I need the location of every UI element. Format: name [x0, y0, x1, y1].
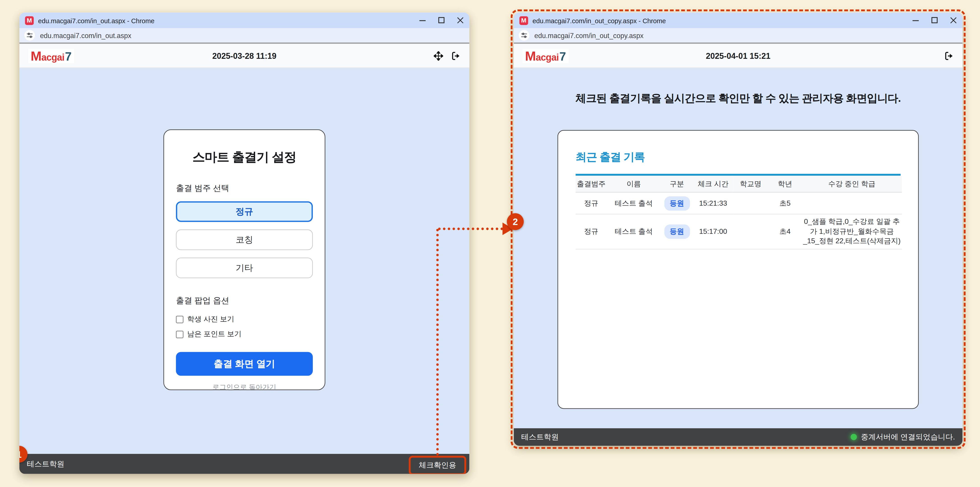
cell-category: 정규 — [576, 214, 607, 249]
cell-check-time: 15:21:33 — [693, 192, 733, 214]
window-title: edu.macgai7.com/in_out.aspx - Chrome — [38, 17, 414, 24]
checkbox-remaining-points[interactable]: 남은 포인트 보기 — [176, 329, 313, 339]
cell-classes — [802, 192, 902, 214]
attendance-settings-card: 스마트 출결기 설정 출결 범주 선택 정규 코칭 기타 출결 팝업 옵션 학생… — [164, 129, 325, 390]
arrival-badge: 등원 — [664, 196, 690, 210]
minimize-button[interactable] — [912, 17, 920, 24]
server-status-text: 중계서버에 연결되었습니다. — [861, 431, 955, 442]
right-urlbar[interactable]: edu.macgai7.com/in_out_copy.aspx — [514, 28, 963, 44]
cell-check-time: 15:17:00 — [693, 214, 733, 249]
records-title-underline — [576, 174, 900, 176]
site-settings-icon[interactable] — [24, 30, 35, 41]
annotation-vertical-dotted-line — [436, 229, 439, 456]
col-type: 구분 — [661, 176, 693, 193]
move-icon[interactable] — [434, 51, 443, 60]
server-connected-icon — [851, 434, 857, 440]
close-button[interactable] — [457, 17, 464, 24]
close-button[interactable] — [950, 17, 957, 24]
checkbox-label: 남은 포인트 보기 — [187, 329, 242, 339]
left-browser-window: M edu.macgai7.com/in_out.aspx - Chrome — [19, 13, 469, 474]
col-name: 이름 — [607, 176, 661, 193]
right-page-body: 체크된 출결기록을 실시간으로 확인만 할 수 있는 관리자용 화면입니다. 최… — [514, 68, 963, 428]
site-settings-icon[interactable] — [519, 30, 530, 41]
settings-card-title: 스마트 출결기 설정 — [176, 149, 313, 166]
left-page-body: 스마트 출결기 설정 출결 범주 선택 정규 코칭 기타 출결 팝업 옵션 학생… — [19, 68, 469, 454]
col-school: 학교명 — [733, 176, 768, 193]
right-app-header: Macgai 7 2025-04-01 15:21 — [514, 44, 963, 68]
col-category: 출결범주 — [576, 176, 607, 193]
cell-name: 테스트 출석 — [607, 214, 661, 249]
checkbox-label: 학생 사진 보기 — [187, 314, 234, 324]
attendance-records-table: 출결범주 이름 구분 체크 시간 학교명 학년 수강 중인 학급 정규 테스트 — [576, 176, 902, 249]
category-button-regular[interactable]: 정규 — [176, 201, 313, 222]
cell-grade: 초4 — [768, 214, 802, 249]
academy-name: 테스트학원 — [27, 458, 64, 469]
url-text[interactable]: edu.macgai7.com/in_out_copy.aspx — [535, 32, 644, 39]
recent-records-card: 최근 출결 기록 출결범주 이름 구분 체크 시간 학교명 — [558, 130, 919, 409]
table-row: 정규 테스트 출석 등원 15:21:33 초5 — [576, 192, 902, 214]
right-titlebar[interactable]: M edu.macgai7.com/in_out_copy.aspx - Chr… — [514, 13, 963, 28]
category-button-other[interactable]: 기타 — [176, 258, 313, 279]
left-app-header: Macgai 7 2025-03-28 11:19 — [19, 44, 469, 68]
logout-icon[interactable] — [944, 51, 954, 60]
left-urlbar[interactable]: edu.macgai7.com/in_out.aspx — [19, 28, 469, 44]
cell-type: 등원 — [661, 214, 693, 249]
check-confirm-button[interactable]: 체크확인용 — [409, 456, 466, 474]
category-button-coaching[interactable]: 코칭 — [176, 229, 313, 250]
url-text[interactable]: edu.macgai7.com/in_out.aspx — [40, 32, 132, 39]
maximize-button[interactable] — [438, 17, 445, 24]
checkbox-icon[interactable] — [176, 331, 183, 338]
cell-school — [733, 214, 768, 249]
site-favicon: M — [25, 16, 34, 25]
maximize-button[interactable] — [931, 17, 938, 24]
col-grade: 학년 — [768, 176, 802, 193]
logout-icon[interactable] — [451, 51, 461, 60]
header-datetime: 2025-04-01 15:21 — [514, 51, 963, 60]
site-favicon: M — [519, 16, 528, 25]
right-footer: 테스트학원 중계서버에 연결되었습니다. — [514, 428, 963, 446]
minimize-button[interactable] — [419, 17, 426, 24]
window-title: edu.macgai7.com/in_out_copy.aspx - Chrom… — [533, 17, 907, 24]
cell-school — [733, 192, 768, 214]
col-check-time: 체크 시간 — [693, 176, 733, 193]
cell-type: 등원 — [661, 192, 693, 214]
popup-options-label: 출결 팝업 옵션 — [176, 295, 313, 306]
checkbox-student-photo[interactable]: 학생 사진 보기 — [176, 314, 313, 324]
desktop: M edu.macgai7.com/in_out.aspx - Chrome — [0, 0, 980, 487]
arrival-badge: 등원 — [664, 224, 690, 239]
right-browser-window: M edu.macgai7.com/in_out_copy.aspx - Chr… — [514, 13, 963, 446]
checkbox-icon[interactable] — [176, 315, 183, 323]
admin-view-notice: 체크된 출결기록을 실시간으로 확인만 할 수 있는 관리자용 화면입니다. — [514, 91, 963, 106]
cell-classes: 0_샘플 학급,0_수강료 일괄 추가 1,비정규반_월화수목금_15_정현 2… — [802, 214, 902, 249]
table-row: 정규 테스트 출석 등원 15:17:00 초4 0_샘플 학급,0_수강료 일… — [576, 214, 902, 249]
back-to-login-link[interactable]: 로그인으로 돌아가기 — [176, 383, 313, 392]
table-header-row: 출결범주 이름 구분 체크 시간 학교명 학년 수강 중인 학급 — [576, 176, 902, 193]
annotation-horizontal-dotted-line — [438, 228, 503, 230]
cell-grade: 초5 — [768, 192, 802, 214]
left-titlebar[interactable]: M edu.macgai7.com/in_out.aspx - Chrome — [19, 13, 469, 28]
cell-name: 테스트 출석 — [607, 192, 661, 214]
cell-category: 정규 — [576, 192, 607, 214]
records-card-title: 최근 출결 기록 — [576, 150, 900, 164]
category-select-label: 출결 범주 선택 — [176, 183, 313, 194]
header-datetime: 2025-03-28 11:19 — [19, 51, 469, 60]
open-attendance-screen-button[interactable]: 출결 화면 열기 — [176, 352, 313, 376]
col-classes: 수강 중인 학급 — [802, 176, 902, 193]
left-footer: 테스트학원 체크확인용 1 — [19, 454, 469, 474]
annotation-step-2-badge: 2 — [507, 213, 524, 230]
academy-name: 테스트학원 — [521, 431, 559, 442]
